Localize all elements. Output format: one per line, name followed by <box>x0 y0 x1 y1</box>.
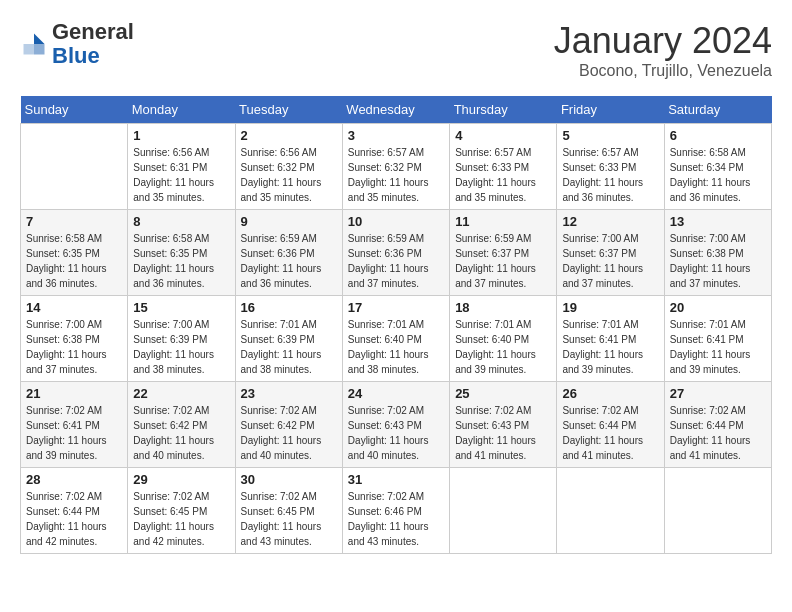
day-number: 11 <box>455 214 551 229</box>
calendar-cell: 6Sunrise: 6:58 AMSunset: 6:34 PMDaylight… <box>664 124 771 210</box>
day-number: 4 <box>455 128 551 143</box>
logo-general-text: General <box>52 19 134 44</box>
day-detail: Sunrise: 7:00 AMSunset: 6:38 PMDaylight:… <box>26 317 122 377</box>
day-detail: Sunrise: 7:01 AMSunset: 6:39 PMDaylight:… <box>241 317 337 377</box>
day-number: 21 <box>26 386 122 401</box>
day-detail: Sunrise: 6:57 AMSunset: 6:33 PMDaylight:… <box>455 145 551 205</box>
logo: General Blue <box>20 20 134 68</box>
page-header: General Blue January 2024 Bocono, Trujil… <box>20 20 772 80</box>
day-detail: Sunrise: 6:58 AMSunset: 6:35 PMDaylight:… <box>26 231 122 291</box>
calendar-cell: 27Sunrise: 7:02 AMSunset: 6:44 PMDayligh… <box>664 382 771 468</box>
day-detail: Sunrise: 7:02 AMSunset: 6:45 PMDaylight:… <box>241 489 337 549</box>
day-detail: Sunrise: 7:02 AMSunset: 6:46 PMDaylight:… <box>348 489 444 549</box>
day-detail: Sunrise: 6:58 AMSunset: 6:34 PMDaylight:… <box>670 145 766 205</box>
day-number: 20 <box>670 300 766 315</box>
day-number: 10 <box>348 214 444 229</box>
day-number: 7 <box>26 214 122 229</box>
day-detail: Sunrise: 6:59 AMSunset: 6:36 PMDaylight:… <box>348 231 444 291</box>
calendar-cell: 2Sunrise: 6:56 AMSunset: 6:32 PMDaylight… <box>235 124 342 210</box>
day-number: 31 <box>348 472 444 487</box>
day-number: 19 <box>562 300 658 315</box>
day-detail: Sunrise: 6:56 AMSunset: 6:31 PMDaylight:… <box>133 145 229 205</box>
day-detail: Sunrise: 6:59 AMSunset: 6:37 PMDaylight:… <box>455 231 551 291</box>
calendar-cell <box>664 468 771 554</box>
calendar-cell: 24Sunrise: 7:02 AMSunset: 6:43 PMDayligh… <box>342 382 449 468</box>
day-detail: Sunrise: 7:01 AMSunset: 6:41 PMDaylight:… <box>562 317 658 377</box>
calendar-subtitle: Bocono, Trujillo, Venezuela <box>554 62 772 80</box>
calendar-cell <box>450 468 557 554</box>
day-detail: Sunrise: 7:02 AMSunset: 6:42 PMDaylight:… <box>241 403 337 463</box>
calendar-cell: 18Sunrise: 7:01 AMSunset: 6:40 PMDayligh… <box>450 296 557 382</box>
calendar-cell <box>21 124 128 210</box>
day-number: 18 <box>455 300 551 315</box>
day-detail: Sunrise: 6:58 AMSunset: 6:35 PMDaylight:… <box>133 231 229 291</box>
calendar-cell: 19Sunrise: 7:01 AMSunset: 6:41 PMDayligh… <box>557 296 664 382</box>
day-detail: Sunrise: 6:57 AMSunset: 6:32 PMDaylight:… <box>348 145 444 205</box>
svg-marker-2 <box>24 44 35 55</box>
day-number: 14 <box>26 300 122 315</box>
day-number: 22 <box>133 386 229 401</box>
day-detail: Sunrise: 7:00 AMSunset: 6:38 PMDaylight:… <box>670 231 766 291</box>
calendar-table: SundayMondayTuesdayWednesdayThursdayFrid… <box>20 96 772 554</box>
day-number: 23 <box>241 386 337 401</box>
day-number: 15 <box>133 300 229 315</box>
day-number: 30 <box>241 472 337 487</box>
day-detail: Sunrise: 6:57 AMSunset: 6:33 PMDaylight:… <box>562 145 658 205</box>
calendar-cell: 13Sunrise: 7:00 AMSunset: 6:38 PMDayligh… <box>664 210 771 296</box>
day-detail: Sunrise: 7:00 AMSunset: 6:37 PMDaylight:… <box>562 231 658 291</box>
day-detail: Sunrise: 6:56 AMSunset: 6:32 PMDaylight:… <box>241 145 337 205</box>
calendar-cell: 3Sunrise: 6:57 AMSunset: 6:32 PMDaylight… <box>342 124 449 210</box>
calendar-cell: 29Sunrise: 7:02 AMSunset: 6:45 PMDayligh… <box>128 468 235 554</box>
day-number: 29 <box>133 472 229 487</box>
day-number: 2 <box>241 128 337 143</box>
calendar-title: January 2024 <box>554 20 772 62</box>
day-number: 28 <box>26 472 122 487</box>
calendar-cell <box>557 468 664 554</box>
calendar-cell: 26Sunrise: 7:02 AMSunset: 6:44 PMDayligh… <box>557 382 664 468</box>
day-detail: Sunrise: 7:02 AMSunset: 6:44 PMDaylight:… <box>670 403 766 463</box>
calendar-cell: 10Sunrise: 6:59 AMSunset: 6:36 PMDayligh… <box>342 210 449 296</box>
calendar-cell: 21Sunrise: 7:02 AMSunset: 6:41 PMDayligh… <box>21 382 128 468</box>
column-header-saturday: Saturday <box>664 96 771 124</box>
day-detail: Sunrise: 7:02 AMSunset: 6:43 PMDaylight:… <box>455 403 551 463</box>
day-number: 9 <box>241 214 337 229</box>
day-number: 16 <box>241 300 337 315</box>
day-number: 27 <box>670 386 766 401</box>
calendar-cell: 4Sunrise: 6:57 AMSunset: 6:33 PMDaylight… <box>450 124 557 210</box>
day-detail: Sunrise: 7:02 AMSunset: 6:44 PMDaylight:… <box>26 489 122 549</box>
day-detail: Sunrise: 6:59 AMSunset: 6:36 PMDaylight:… <box>241 231 337 291</box>
calendar-cell: 16Sunrise: 7:01 AMSunset: 6:39 PMDayligh… <box>235 296 342 382</box>
calendar-cell: 30Sunrise: 7:02 AMSunset: 6:45 PMDayligh… <box>235 468 342 554</box>
day-detail: Sunrise: 7:02 AMSunset: 6:41 PMDaylight:… <box>26 403 122 463</box>
calendar-cell: 31Sunrise: 7:02 AMSunset: 6:46 PMDayligh… <box>342 468 449 554</box>
day-detail: Sunrise: 7:01 AMSunset: 6:41 PMDaylight:… <box>670 317 766 377</box>
column-header-wednesday: Wednesday <box>342 96 449 124</box>
day-number: 3 <box>348 128 444 143</box>
logo-icon <box>20 30 48 58</box>
column-header-monday: Monday <box>128 96 235 124</box>
day-detail: Sunrise: 7:01 AMSunset: 6:40 PMDaylight:… <box>348 317 444 377</box>
day-detail: Sunrise: 7:02 AMSunset: 6:44 PMDaylight:… <box>562 403 658 463</box>
calendar-cell: 28Sunrise: 7:02 AMSunset: 6:44 PMDayligh… <box>21 468 128 554</box>
calendar-cell: 23Sunrise: 7:02 AMSunset: 6:42 PMDayligh… <box>235 382 342 468</box>
title-block: January 2024 Bocono, Trujillo, Venezuela <box>554 20 772 80</box>
day-number: 17 <box>348 300 444 315</box>
calendar-cell: 22Sunrise: 7:02 AMSunset: 6:42 PMDayligh… <box>128 382 235 468</box>
calendar-cell: 9Sunrise: 6:59 AMSunset: 6:36 PMDaylight… <box>235 210 342 296</box>
svg-marker-1 <box>34 44 45 55</box>
day-number: 13 <box>670 214 766 229</box>
day-number: 6 <box>670 128 766 143</box>
day-detail: Sunrise: 7:01 AMSunset: 6:40 PMDaylight:… <box>455 317 551 377</box>
day-number: 12 <box>562 214 658 229</box>
calendar-cell: 14Sunrise: 7:00 AMSunset: 6:38 PMDayligh… <box>21 296 128 382</box>
column-header-sunday: Sunday <box>21 96 128 124</box>
day-detail: Sunrise: 7:02 AMSunset: 6:43 PMDaylight:… <box>348 403 444 463</box>
day-number: 8 <box>133 214 229 229</box>
day-number: 24 <box>348 386 444 401</box>
column-header-thursday: Thursday <box>450 96 557 124</box>
calendar-cell: 8Sunrise: 6:58 AMSunset: 6:35 PMDaylight… <box>128 210 235 296</box>
svg-marker-0 <box>34 34 45 45</box>
day-detail: Sunrise: 7:02 AMSunset: 6:42 PMDaylight:… <box>133 403 229 463</box>
day-number: 26 <box>562 386 658 401</box>
calendar-cell: 20Sunrise: 7:01 AMSunset: 6:41 PMDayligh… <box>664 296 771 382</box>
